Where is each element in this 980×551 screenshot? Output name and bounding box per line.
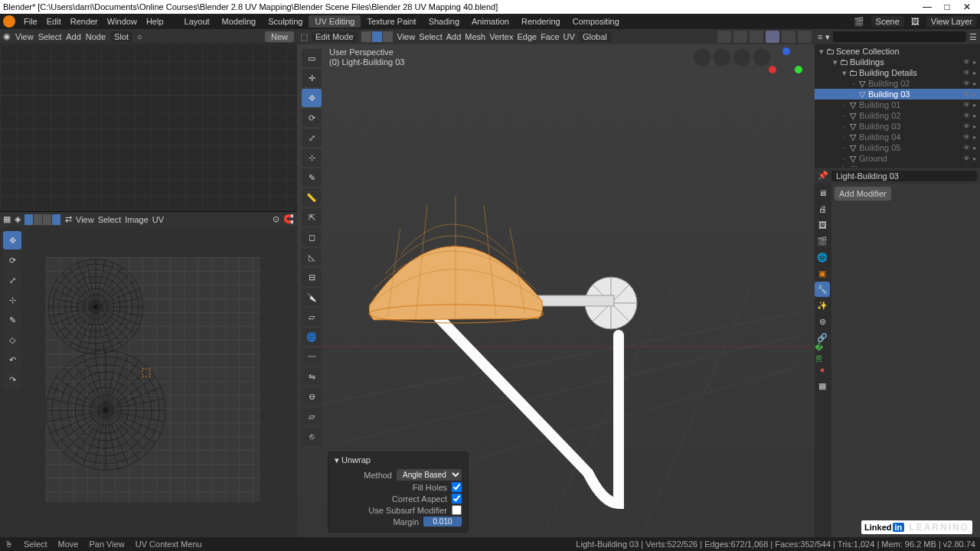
unwrap-title[interactable]: ▾ Unwrap (335, 455, 462, 465)
uv-editor-type-icon[interactable]: ▦ (3, 214, 11, 224)
shader-node-area[interactable] (0, 44, 297, 211)
unwrap-method-select[interactable]: Angle Based (397, 469, 462, 481)
menu-window[interactable]: Window (103, 17, 141, 26)
uv-tool-cursor[interactable]: ◇ (3, 331, 21, 349)
menu-help[interactable]: Help (142, 17, 168, 26)
shading-wire-icon[interactable] (750, 31, 763, 43)
overlay-toggle-icon[interactable] (717, 31, 731, 43)
uv-select[interactable]: Select (98, 215, 122, 224)
uv-pivot-icon[interactable]: ⊙ (273, 214, 279, 224)
tab-texture[interactable]: ▦ (815, 378, 830, 393)
tab-world[interactable]: 🌐 (815, 249, 830, 265)
unwrap-aspect-check[interactable] (452, 494, 462, 504)
props-pin-icon[interactable]: 📌 (818, 171, 828, 181)
tab-sculpting[interactable]: Sculpting (262, 15, 309, 28)
tab-physics[interactable]: ⊚ (815, 314, 830, 329)
vp-add[interactable]: Add (446, 32, 462, 41)
outliner-row[interactable]: · ▽ Ground 👁▸ (815, 153, 980, 164)
tab-compositing[interactable]: Compositing (567, 15, 626, 28)
tab-shading[interactable]: Shading (423, 15, 466, 28)
props-breadcrumb[interactable]: Light-Building 03 (831, 171, 977, 181)
viewlayer-field[interactable]: View Layer (926, 16, 977, 27)
tab-material[interactable]: ● (815, 362, 830, 377)
uv-tool-annotate[interactable]: ✎ (3, 311, 21, 329)
tab-texture-paint[interactable]: Texture Paint (361, 15, 422, 28)
uv-tool-transform[interactable]: ⊹ (3, 291, 21, 309)
menu-edit[interactable]: Edit (43, 17, 65, 26)
slot-drop[interactable]: Slot (110, 31, 132, 42)
vp-editor-icon[interactable]: ⬚ (300, 32, 308, 42)
shader-view[interactable]: View (15, 32, 34, 41)
vp-mesh[interactable]: Mesh (465, 32, 485, 41)
uv-select-mode[interactable] (24, 214, 61, 225)
tab-scene[interactable]: 🎬 (815, 233, 830, 249)
editor-type-icon[interactable]: ◉ (3, 31, 11, 41)
new-material-button[interactable]: New (265, 31, 294, 42)
material-ball-icon[interactable]: ○ (137, 32, 142, 41)
uv-snap-icon[interactable]: 🧲 (283, 214, 294, 224)
menu-file[interactable]: File (20, 17, 41, 26)
outliner-row[interactable]: · ▽ Building 02 👁▸ (815, 110, 980, 121)
uv-view[interactable]: View (76, 215, 94, 224)
uv-uv[interactable]: UV (152, 215, 164, 224)
uv-tool-grab[interactable]: ↶ (3, 350, 21, 369)
tab-modifier[interactable]: 🔧 (815, 282, 830, 297)
uv-image[interactable]: Image (125, 215, 149, 224)
outliner-search[interactable] (833, 31, 966, 42)
outliner-row[interactable]: · ▽ Building 01 👁▸ (815, 99, 980, 110)
outliner-type-icon[interactable]: ≡ (818, 32, 822, 41)
scene-field[interactable]: Scene (871, 16, 904, 27)
outliner-row[interactable]: · ▽ Building 03 👁▸ (815, 89, 980, 99)
scene-collection-row[interactable]: ▾🗀 Scene Collection (815, 46, 980, 57)
operator-panel-unwrap[interactable]: ▾ Unwrap Method Angle Based Fill Holes C… (328, 452, 469, 533)
uv-sync-icon[interactable]: ⇄ (65, 214, 72, 224)
shader-node[interactable]: Node (86, 32, 106, 41)
outliner-row[interactable]: · ▽ Building 03 👁▸ (815, 121, 980, 132)
shading-matprev-icon[interactable] (782, 31, 795, 43)
xray-toggle-icon[interactable] (733, 31, 747, 43)
outliner-row[interactable]: · ▽ Building 04 👁▸ (815, 132, 980, 142)
vp-view[interactable]: View (397, 32, 416, 41)
tab-modeling[interactable]: Modeling (216, 15, 263, 28)
uv-tool-relax[interactable]: ↷ (3, 370, 21, 389)
outliner-row[interactable]: ▾ 🗀 Buildings 👁▸ (815, 57, 980, 67)
uv-editor[interactable]: ✥ ⟳ ⤢ ⊹ ✎ ◇ ↶ ↷ (0, 227, 297, 537)
unwrap-fill-check[interactable] (452, 482, 462, 492)
tab-render[interactable]: 🖥 (815, 185, 830, 201)
uv-tool-move[interactable]: ✥ (3, 231, 21, 249)
uv-mode-icon[interactable]: ◈ (15, 214, 21, 224)
tab-viewlayer[interactable]: 🖼 (815, 217, 830, 233)
vp-edge[interactable]: Edge (517, 32, 537, 41)
outliner-row[interactable]: · ▽ Building 05 👁▸ (815, 142, 980, 153)
close-button[interactable]: ✕ (957, 2, 977, 12)
shading-solid-icon[interactable] (766, 31, 779, 43)
menu-render[interactable]: Render (67, 17, 102, 26)
outliner-filter-icon[interactable]: ▾ (825, 32, 830, 42)
tab-rendering[interactable]: Rendering (515, 15, 567, 28)
orientation-drop[interactable]: Global (579, 31, 611, 42)
mode-dropdown[interactable]: Edit Mode (312, 31, 358, 42)
unwrap-subsurf-check[interactable] (452, 505, 462, 515)
mesh-select-mode[interactable] (361, 31, 394, 42)
shading-rendered-icon[interactable] (798, 31, 812, 43)
unwrap-margin-field[interactable]: 0.010 (423, 517, 462, 527)
tab-layout[interactable]: Layout (178, 15, 216, 28)
tab-particles[interactable]: ✨ (815, 298, 830, 313)
outliner-row[interactable]: · ▽ Building 02 👁▸ (815, 78, 980, 89)
tab-uv-editing[interactable]: UV Editing (309, 15, 361, 28)
uv-tool-rotate[interactable]: ⟳ (3, 251, 21, 269)
tab-mesh[interactable]: �효 (815, 346, 830, 361)
vp-vertex[interactable]: Vertex (489, 32, 513, 41)
vp-uv[interactable]: UV (564, 32, 575, 41)
viewport-body[interactable]: ▭ ✛ ✥ ⟳ ⤢ ⊹ ✎ 📏 ⇱ ◻ ◺ ⊟ 🔪 ▱ 🌀 〰 ⇋ ⊖ ▱ ⎋ … (297, 44, 815, 537)
tab-object[interactable]: ▣ (815, 266, 830, 281)
tab-output[interactable]: 🖨 (815, 201, 830, 217)
outliner-filter2-icon[interactable]: ☰ (969, 32, 977, 42)
shader-select[interactable]: Select (38, 32, 62, 41)
vp-face[interactable]: Face (541, 32, 559, 41)
vp-select[interactable]: Select (419, 32, 443, 41)
shader-add[interactable]: Add (66, 32, 81, 41)
outliner[interactable]: ▾🗀 Scene Collection ▾ 🗀 Buildings 👁▸ ▾ 🗀… (815, 44, 980, 167)
uv-canvas[interactable] (46, 257, 260, 502)
max-button[interactable]: □ (937, 2, 957, 12)
